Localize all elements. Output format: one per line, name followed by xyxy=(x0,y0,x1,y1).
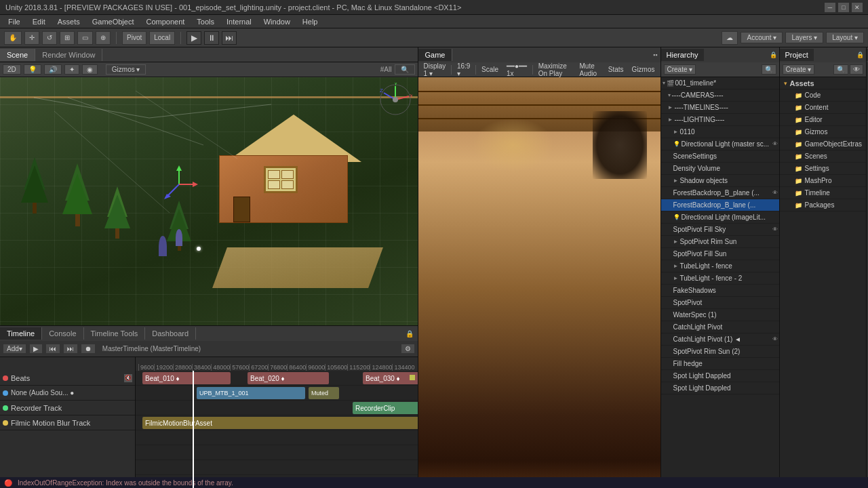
hier-item-8[interactable]: ► Shadow objects xyxy=(661,175,779,187)
proj-item-settings[interactable]: 📁 Settings xyxy=(780,163,866,175)
hier-item-6[interactable]: SceneSettings xyxy=(661,150,779,163)
proj-item-mashpro[interactable]: 📁 MashPro xyxy=(780,175,866,187)
search-scene[interactable]: 🔍 xyxy=(395,64,415,75)
hier-item-21[interactable]: CatchLight Pivot (1) ◄ 👁 xyxy=(661,333,779,346)
hier-item-20[interactable]: CatchLight Pivot xyxy=(661,321,779,333)
tab-dashboard[interactable]: Dashboard xyxy=(145,327,196,340)
hier-item-19[interactable]: WaterSpec (1) xyxy=(661,309,779,321)
account-button[interactable]: Account ▾ xyxy=(741,32,783,43)
proj-item-gizmos[interactable]: 📁 Gizmos xyxy=(780,126,866,138)
collab-button[interactable]: ☁ xyxy=(722,31,738,45)
clip-audio[interactable]: UPB_MTB_1_001 xyxy=(197,387,305,399)
clip-muted[interactable]: Muted xyxy=(309,387,339,399)
hier-item-22[interactable]: SpotPivot Rim Sun (2) xyxy=(661,346,779,358)
hier-item-10[interactable]: ForestBackdrop_B_lane (... xyxy=(661,199,779,211)
tl-record[interactable]: ⏺ xyxy=(81,344,96,354)
proj-lock[interactable]: 🔒 xyxy=(854,49,866,60)
maximize-button[interactable]: □ xyxy=(838,3,849,12)
hier-item-15[interactable]: ► TubeLight - fence xyxy=(661,260,779,272)
game-viewport[interactable] xyxy=(418,77,660,488)
tl-next-frame[interactable]: ⏭ xyxy=(63,344,78,354)
hier-item-12[interactable]: SpotPivot Fill Sky 👁 xyxy=(661,224,779,236)
menu-file[interactable]: File xyxy=(3,16,26,27)
tab-timeline[interactable]: Timeline xyxy=(0,327,42,340)
hier-lock[interactable]: 🔒 xyxy=(768,49,779,60)
tab-timeline-tools[interactable]: Timeline Tools xyxy=(84,327,146,340)
proj-item-code[interactable]: 📁 Code xyxy=(780,89,866,102)
menu-gameobject[interactable]: GameObject xyxy=(87,16,140,27)
proj-item-timeline[interactable]: 📁 Timeline xyxy=(780,187,866,199)
rotate-tool[interactable]: ↺ xyxy=(42,31,57,45)
scene-light-button[interactable]: 💡 xyxy=(24,64,41,75)
hier-item-11[interactable]: 💡 Directional Light (ImageLit... xyxy=(661,211,779,224)
proj-item-scenes[interactable]: 📁 Scenes xyxy=(780,150,866,163)
hier-item-14[interactable]: SpotPivot Fill Sun xyxy=(661,248,779,260)
hier-item-9[interactable]: ForestBackdrop_B_plane (... 👁 xyxy=(661,187,779,199)
game-maximize[interactable]: Maximize On Play xyxy=(536,62,574,78)
timeline-lock[interactable]: 🔒 xyxy=(401,328,418,340)
scene-viewport[interactable]: Y X Z xyxy=(0,77,418,325)
hier-item-5[interactable]: 💡 Directional Light (master sc... 👁 xyxy=(661,138,779,150)
game-display[interactable]: Display 1 ▾ xyxy=(421,62,449,78)
tab-render-window[interactable]: Render Window xyxy=(35,49,102,61)
close-button[interactable]: ✕ xyxy=(852,3,863,12)
tl-settings[interactable]: ⚙ xyxy=(401,344,415,354)
local-button[interactable]: Local xyxy=(149,31,175,45)
hier-item-17[interactable]: FakeShadows xyxy=(661,285,779,297)
menu-component[interactable]: Component xyxy=(140,16,190,27)
menu-tools[interactable]: Tools xyxy=(191,16,220,27)
menu-help[interactable]: Help xyxy=(297,16,323,27)
minimize-button[interactable]: ─ xyxy=(825,3,835,12)
timeline-playhead[interactable] xyxy=(193,371,194,488)
step-button[interactable]: ⏭ xyxy=(222,31,237,45)
hier-item-18[interactable]: SpotPivot xyxy=(661,297,779,309)
pause-button[interactable]: ⏸ xyxy=(204,31,219,45)
hier-item-4[interactable]: ► 0110 xyxy=(661,126,779,138)
play-button[interactable]: ▶ xyxy=(186,31,201,45)
game-mute[interactable]: Mute Audio xyxy=(576,62,602,78)
clip-beat-020[interactable]: Beat_020 ♦ xyxy=(248,372,329,384)
game-scale-val[interactable]: ━━●━━ 1x xyxy=(504,62,530,78)
clip-filmic[interactable]: FilmicMotionBlurAsset xyxy=(142,417,418,429)
beats-mute[interactable]: 🔇 xyxy=(124,374,132,382)
pivot-button[interactable]: Pivot xyxy=(122,31,146,45)
hier-eye-9[interactable]: 👁 xyxy=(772,190,778,196)
hier-eye-12[interactable]: 👁 xyxy=(772,226,778,232)
scene-fx-button[interactable]: ✦ xyxy=(64,64,79,75)
tl-add-button[interactable]: Add▾ xyxy=(3,344,26,354)
tl-prev-frame[interactable]: ⏮ xyxy=(45,344,60,354)
menu-internal[interactable]: Internal xyxy=(221,16,257,27)
menu-assets[interactable]: Assets xyxy=(52,16,85,27)
hier-item-25[interactable]: Spot Light Dappled xyxy=(661,382,779,394)
tab-scene[interactable]: Scene xyxy=(0,49,35,61)
scene-hidden-button[interactable]: ◉ xyxy=(82,64,98,75)
scene-audio-button[interactable]: 🔊 xyxy=(44,64,62,75)
hand-tool[interactable]: ✋ xyxy=(4,31,22,45)
hier-create-button[interactable]: Create ▾ xyxy=(664,64,696,75)
tl-play-button[interactable]: ▶ xyxy=(29,344,43,354)
proj-item-editor[interactable]: 📁 Editor xyxy=(780,114,866,126)
game-gizmos[interactable]: Gizmos xyxy=(629,65,658,74)
proj-item-gameobjectextras[interactable]: 📁 GameObjectExtras xyxy=(780,138,866,150)
proj-item-packages[interactable]: 📁 Packages xyxy=(780,199,866,211)
menu-edit[interactable]: Edit xyxy=(27,16,51,27)
hier-item-7[interactable]: Density Volume xyxy=(661,163,779,175)
hier-eye-21[interactable]: 👁 xyxy=(772,336,778,342)
hier-item-16[interactable]: ► TubeLight - fence - 2 xyxy=(661,272,779,285)
hier-item-0[interactable]: ▾ 🎬 001_timeline* xyxy=(661,77,779,89)
move-tool[interactable]: ✛ xyxy=(24,31,39,45)
hier-item-3[interactable]: ► ----LIGHTING---- xyxy=(661,114,779,126)
proj-item-content[interactable]: 📁 Content xyxy=(780,102,866,114)
proj-eye-button[interactable]: 👁 xyxy=(850,64,863,75)
hier-item-23[interactable]: Fill hedge xyxy=(661,358,779,370)
scale-tool[interactable]: ⊞ xyxy=(60,31,75,45)
gizmos-button[interactable]: Gizmos ▾ xyxy=(106,64,146,75)
clip-beat-010[interactable]: Beat_010 ♦ xyxy=(142,372,231,384)
hier-item-24[interactable]: Spot Light Dappled xyxy=(661,370,779,382)
tab-game[interactable]: Game xyxy=(418,49,453,61)
tab-hierarchy[interactable]: Hierarchy xyxy=(661,49,704,61)
menu-window[interactable]: Window xyxy=(258,16,296,27)
hier-eye-5[interactable]: 👁 xyxy=(772,141,778,147)
game-stats[interactable]: Stats xyxy=(606,65,627,74)
proj-create-button[interactable]: Create ▾ xyxy=(783,64,815,75)
